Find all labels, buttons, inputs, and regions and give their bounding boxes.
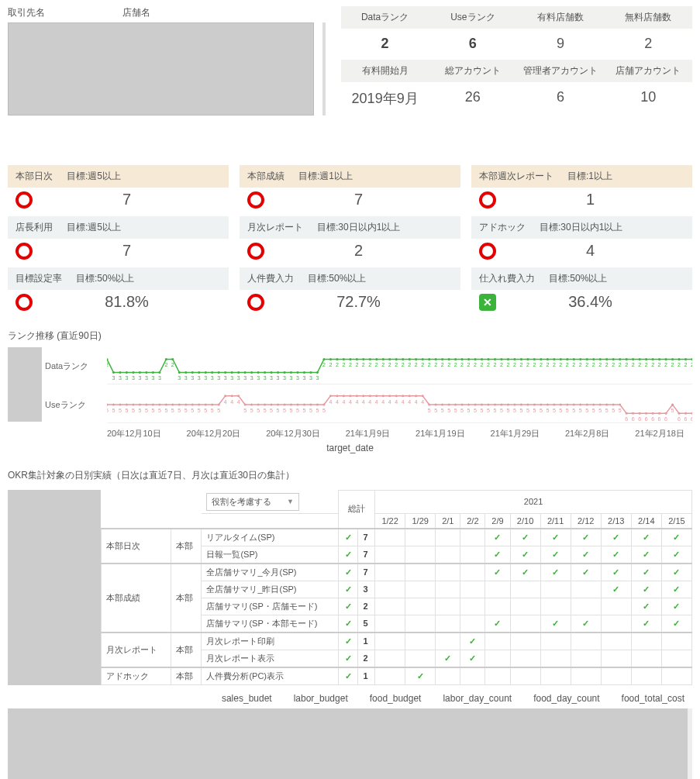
svg-point-69 [329, 358, 332, 360]
svg-point-215 [218, 404, 220, 406]
day-cell [510, 633, 540, 650]
svg-text:3: 3 [204, 376, 207, 381]
svg-text:4: 4 [329, 399, 332, 405]
svg-text:2: 2 [540, 363, 543, 368]
metric-label: 総アカウント [429, 60, 516, 83]
svg-text:2: 2 [349, 363, 352, 368]
day-cell [375, 581, 405, 598]
svg-text:3: 3 [184, 376, 188, 381]
svg-point-45 [250, 371, 253, 374]
svg-point-181 [107, 404, 109, 406]
day-cell: ✓ [661, 564, 691, 581]
svg-text:3: 3 [112, 376, 116, 381]
svg-text:2: 2 [428, 363, 431, 368]
svg-text:5: 5 [132, 408, 135, 413]
svg-text:3: 3 [125, 376, 128, 381]
total-check: ✓ [339, 667, 358, 685]
svg-text:2: 2 [519, 363, 522, 368]
svg-text:3: 3 [296, 376, 299, 381]
svg-text:5: 5 [481, 408, 484, 413]
svg-text:5: 5 [585, 408, 588, 413]
metric-name: 全店舗サマリ_今月(SP) [202, 564, 339, 581]
svg-point-207 [191, 404, 194, 406]
svg-point-29 [198, 371, 200, 374]
kpi-target: 目標:50%以上 [76, 272, 134, 285]
svg-point-189 [132, 404, 134, 406]
metric-name: 店舗サマリ(SP・店舗モード) [202, 598, 339, 615]
bottom-column-headers: sales_budetlabor_budgetfood_budgetlabor_… [0, 685, 700, 708]
svg-point-67 [322, 358, 325, 360]
svg-point-195 [152, 404, 154, 406]
svg-point-277 [422, 395, 424, 397]
svg-point-15 [152, 371, 154, 374]
svg-text:2: 2 [171, 363, 174, 368]
kpi-title: 月次レポート [247, 221, 303, 234]
role-dropdown[interactable]: 役割を考慮する▼ [206, 493, 299, 511]
kpi-target: 目標:週1以上 [298, 170, 353, 183]
svg-text:2: 2 [355, 363, 358, 368]
svg-text:6: 6 [632, 416, 635, 422]
day-cell [460, 615, 485, 633]
day-cell [631, 633, 661, 650]
kpi-target: 目標:30日以内1以上 [317, 221, 400, 234]
rank-chart-section: ランク推移 (直近90日) Dataランク 233333333223333333… [0, 329, 700, 453]
svg-point-47 [257, 371, 260, 374]
svg-point-185 [119, 404, 121, 406]
svg-point-301 [500, 404, 502, 406]
svg-text:2: 2 [579, 363, 582, 368]
svg-text:2: 2 [500, 363, 503, 368]
svg-text:5: 5 [250, 408, 253, 413]
svg-point-193 [145, 404, 147, 406]
day-cell: ✓ [436, 650, 460, 667]
x-axis: 20年12月10日20年12月20日20年12月30日21年1月9日21年1月1… [107, 428, 692, 439]
bottom-col-header: labor_budget [294, 693, 348, 704]
day-cell [601, 598, 631, 615]
svg-point-247 [322, 404, 325, 406]
svg-text:3: 3 [151, 376, 154, 381]
day-cell [460, 529, 485, 546]
svg-point-85 [382, 358, 384, 360]
svg-point-59 [297, 371, 299, 374]
day-cell [375, 650, 405, 667]
kpi-value: 1 [496, 191, 684, 209]
svg-text:5: 5 [204, 408, 207, 413]
total-check: ✓ [339, 546, 358, 564]
day-cell: ✓ [571, 615, 601, 633]
svg-text:5: 5 [507, 408, 510, 413]
svg-point-199 [165, 404, 167, 406]
svg-text:2: 2 [402, 363, 405, 368]
svg-point-167 [652, 358, 654, 360]
svg-text:2: 2 [546, 363, 549, 368]
date-header: 2/13 [601, 513, 631, 529]
use-rank-line: 5555555555555555554445555555555555444444… [107, 386, 692, 423]
kpi-target: 目標:週5以上 [67, 221, 121, 234]
status-fail-icon [479, 294, 496, 311]
svg-text:4: 4 [421, 399, 424, 405]
day-cell [436, 615, 460, 633]
okr-title: OKR集計対象の日別実績（日次は直近7日、月次は直近30日の集計） [8, 469, 692, 482]
x-tick: 21年2月8日 [565, 428, 609, 439]
svg-text:6: 6 [684, 416, 688, 422]
day-cell: ✓ [631, 564, 661, 581]
year-header: 2021 [375, 491, 692, 514]
svg-point-165 [645, 358, 647, 360]
svg-point-73 [343, 358, 345, 360]
svg-point-107 [454, 358, 457, 360]
kpi-header: 仕入れ費入力目標:50%以上 [471, 267, 692, 290]
date-header: 2/15 [661, 513, 691, 529]
svg-point-245 [316, 404, 319, 406]
svg-point-209 [198, 404, 200, 406]
svg-point-95 [415, 358, 417, 360]
day-cell [601, 667, 631, 685]
day-cell: ✓ [485, 529, 510, 546]
metric-value: 6 [429, 29, 516, 58]
x-tick: 20年12月30日 [266, 428, 320, 439]
svg-text:4: 4 [375, 399, 378, 405]
svg-text:2: 2 [638, 363, 641, 368]
svg-point-49 [264, 371, 266, 374]
svg-text:5: 5 [612, 408, 615, 413]
svg-text:2: 2 [684, 363, 688, 368]
date-header: 1/29 [405, 513, 436, 529]
svg-text:2: 2 [598, 363, 602, 368]
svg-text:5: 5 [533, 408, 536, 413]
